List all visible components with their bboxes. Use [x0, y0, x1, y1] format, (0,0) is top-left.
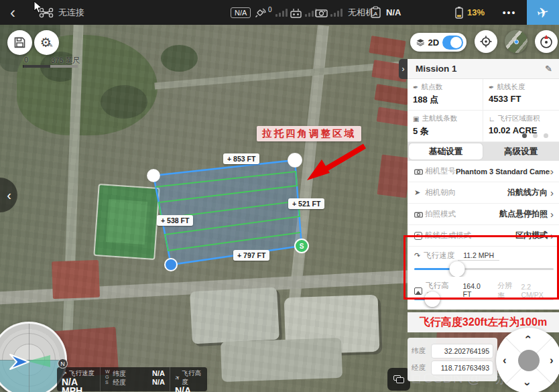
- longitude-field[interactable]: 118.716763493: [431, 361, 493, 375]
- overlapping-frames-icon: [393, 375, 404, 383]
- stat-label: 飞行区域面积: [498, 114, 540, 123]
- map-capture-button[interactable]: [387, 368, 410, 391]
- nudge-center-knob[interactable]: [518, 350, 540, 371]
- map-mode-label: 2D: [428, 38, 440, 48]
- wgs-label: WGS: [105, 369, 110, 387]
- stat-value: 4533 FT: [489, 94, 556, 104]
- speed-slider-section: ↷ 飞行速度 11.2 MPH: [408, 247, 559, 277]
- edge-distance-right: + 521 FT: [288, 198, 324, 209]
- telemetry-altitude: ✈ 飞行高度 N/A FT: [170, 367, 207, 391]
- mission-title: Mission 1: [416, 64, 457, 74]
- pencil-icon: ✎: [48, 42, 54, 49]
- edge-distance-bottom: + 797 FT: [233, 250, 269, 261]
- scale-end: 375 英尺: [51, 56, 80, 66]
- minimap-button[interactable]: [505, 30, 527, 53]
- route-s-icon: S: [414, 232, 425, 240]
- chevron-right-icon: ›: [550, 166, 554, 176]
- scale-start: 0: [24, 56, 28, 64]
- nudge-right-button[interactable]: ›: [550, 356, 554, 365]
- coordinates-card: 纬度 32.202764195 经度 118.716763493: [408, 338, 497, 381]
- telemetry-lng-label: 经度: [113, 378, 126, 387]
- grid-icon: ▣: [413, 115, 419, 123]
- setting-label: 拍照模式: [425, 209, 456, 219]
- tab-advanced-settings[interactable]: 高级设置: [484, 143, 558, 159]
- nudge-left-button[interactable]: ‹: [503, 356, 507, 365]
- camera-icon: [315, 8, 328, 17]
- nudge-up-button[interactable]: ›: [523, 335, 532, 339]
- ruler-icon: ∟: [489, 115, 495, 123]
- connection-status: 无连接: [58, 7, 84, 19]
- stat-label: 主航线条数: [422, 114, 457, 123]
- resolution-value: 2.2 CM/PX: [521, 283, 552, 299]
- more-menu-button[interactable]: •••: [497, 0, 521, 25]
- camera-icon: [414, 211, 425, 218]
- stat-value: 188 点: [413, 94, 480, 106]
- gps-signal-bars: [275, 9, 288, 17]
- map-mode-toggle[interactable]: 2D: [410, 33, 467, 52]
- setting-value: Phantom 3 Standard Camera: [456, 168, 550, 176]
- edit-mission-button[interactable]: ✎: [545, 64, 552, 74]
- image-icon: [414, 287, 422, 295]
- battery-status: 13%: [454, 0, 485, 25]
- edge-distance-left: + 538 FT: [157, 215, 193, 226]
- setting-capture-mode[interactable]: 拍照模式 航点悬停拍照 ›: [408, 204, 559, 225]
- pen-icon: ✒: [489, 84, 494, 91]
- latitude-field[interactable]: 32.202764195: [431, 344, 493, 358]
- aircraft-connection: 无连接: [39, 0, 84, 25]
- setting-camera-heading[interactable]: ➤ 相机朝向 沿航线方向 ›: [408, 182, 559, 204]
- collapse-panel-button[interactable]: ›: [399, 59, 408, 79]
- status-bar: ‹ 无连接 N/A 0: [0, 0, 559, 25]
- battery-percent: 13%: [467, 7, 485, 17]
- app-window: S + 853 FT + 521 FT + 538 FT + 797 FT 拉托…: [0, 0, 559, 392]
- pointer-icon: ➤: [414, 188, 425, 197]
- altitude-slider[interactable]: [414, 298, 554, 300]
- tab-basic-settings[interactable]: 基础设置: [409, 143, 483, 159]
- pen-icon: ✒: [413, 84, 418, 91]
- stat-value: 5 条: [413, 125, 480, 137]
- satellite-icon: [255, 7, 267, 18]
- mode-2d-switch[interactable]: [442, 36, 463, 50]
- altitude-slider-section: 飞行高度 164.0 FT 分辨率 2.2 CM/PX: [408, 277, 559, 310]
- altitude-value: 164.0 FT: [458, 282, 495, 300]
- telemetry-lng-value: N/A: [152, 378, 165, 387]
- telemetry-speed-value: N/A MPH: [62, 378, 95, 392]
- more-dots-icon: •••: [503, 7, 517, 18]
- compass-button[interactable]: [535, 30, 558, 53]
- setting-camera-model[interactable]: 相机型号 Phantom 3 Standard Camera ›: [408, 161, 559, 182]
- mission-settings-button[interactable]: ⚙ ✎: [34, 30, 59, 55]
- mode-badge-text: N/A: [231, 7, 251, 18]
- mouse-cursor: [34, 1, 43, 14]
- edge-distance-top: + 853 FT: [223, 153, 259, 164]
- speed-icon: ↷: [414, 251, 420, 260]
- compass-icon: [538, 34, 554, 50]
- save-mission-button[interactable]: [7, 30, 32, 55]
- camera-signal-bars: [330, 9, 343, 17]
- camera-status: 无相机: [315, 0, 374, 25]
- telemetry-alt-value: N/A FT: [175, 387, 202, 392]
- nudge-dpad[interactable]: › ‹ › ›: [496, 328, 559, 392]
- stat-waypoints: ✒ 航点数 188 点: [408, 79, 483, 111]
- stats-page-dots[interactable]: [522, 133, 548, 138]
- speed-slider[interactable]: [414, 268, 554, 270]
- telemetry-bar: ↗ 飞行速度 N/A MPH WGS 纬度 N/A 经度 N/A: [57, 367, 207, 391]
- telemetry-alt-label: 飞行高度: [182, 369, 202, 387]
- telemetry-speed: ↗ 飞行速度 N/A MPH: [57, 367, 100, 391]
- mission-stats: ✒ 航点数 188 点 ✒ 航线长度 4533 FT ▣ 主航线条数 5 条 ∟…: [408, 79, 559, 142]
- telemetry-lat-value: N/A: [152, 369, 165, 378]
- locate-button[interactable]: [475, 30, 497, 53]
- takeoff-button[interactable]: ✈: [527, 0, 559, 25]
- scale-bar: [23, 65, 78, 68]
- back-button[interactable]: ‹: [4, 0, 21, 25]
- telemetry-coordinates: WGS 纬度 N/A 经度 N/A: [100, 367, 170, 391]
- setting-route-mode[interactable]: S 航线生成模式 区内模式 ›: [408, 225, 559, 247]
- altitude-slider-thumb[interactable]: [425, 291, 440, 307]
- nudge-down-button[interactable]: ›: [523, 382, 532, 386]
- stat-main-lines: ▣ 主航线条数 5 条: [408, 111, 483, 142]
- battery-icon: [454, 6, 464, 19]
- crosshair-icon: [480, 36, 492, 48]
- speed-value: 11.2 MPH: [458, 251, 499, 261]
- speed-slider-thumb[interactable]: [450, 261, 465, 277]
- gps-count: 0: [268, 6, 272, 13]
- chevron-right-icon: ›: [550, 188, 554, 198]
- mission-header: › Mission 1 ✎: [408, 59, 559, 79]
